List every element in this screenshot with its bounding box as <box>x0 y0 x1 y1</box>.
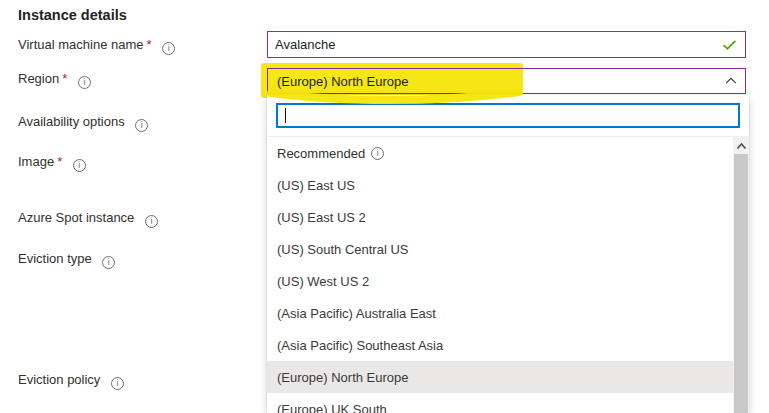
info-icon[interactable] <box>78 76 91 89</box>
region-search-box[interactable] <box>276 103 740 128</box>
vm-name-label: Virtual machine name* <box>18 37 175 55</box>
region-option[interactable]: (US) East US 2 <box>267 201 733 233</box>
instance-details-form: { "section": { "title": "Instance detail… <box>0 0 769 413</box>
region-selected-value: (Europe) North Europe <box>275 74 724 89</box>
region-option[interactable]: (US) South Central US <box>267 233 733 265</box>
region-options-list: Recommended (US) East US (US) East US 2 … <box>267 137 733 413</box>
scrollbar-thumb[interactable] <box>734 154 748 413</box>
text-caret <box>285 108 286 123</box>
checkmark-icon <box>721 36 738 53</box>
info-icon[interactable] <box>135 119 148 132</box>
scroll-up-button[interactable] <box>733 137 749 154</box>
azure-spot-instance-label: Azure Spot instance <box>18 210 158 228</box>
info-icon[interactable] <box>102 256 115 269</box>
region-dropdown[interactable]: (Europe) North Europe <box>267 68 746 94</box>
eviction-policy-label: Eviction policy <box>18 372 124 390</box>
info-icon[interactable] <box>371 147 384 160</box>
info-icon[interactable] <box>111 377 124 390</box>
chevron-up-icon[interactable] <box>724 74 738 88</box>
vm-name-input[interactable]: Avalanche <box>267 31 746 58</box>
region-option[interactable]: (Asia Pacific) Australia East <box>267 297 733 329</box>
region-search-input[interactable] <box>278 105 738 126</box>
region-option[interactable]: (US) East US <box>267 169 733 201</box>
region-option[interactable]: (US) West US 2 <box>267 265 733 297</box>
region-option-selected[interactable]: (Europe) North Europe <box>267 361 733 393</box>
scrollbar <box>733 137 749 413</box>
vm-name-value: Avalanche <box>275 37 721 52</box>
info-icon[interactable] <box>162 42 175 55</box>
section-title: Instance details <box>18 7 127 23</box>
info-icon[interactable] <box>73 159 86 172</box>
required-asterisk: * <box>147 37 152 52</box>
eviction-type-label: Eviction type <box>18 251 115 269</box>
required-asterisk: * <box>57 154 62 169</box>
group-header-recommended: Recommended <box>267 137 733 169</box>
required-asterisk: * <box>62 71 67 86</box>
availability-options-label: Availability options <box>18 114 148 132</box>
info-icon[interactable] <box>145 215 158 228</box>
region-option[interactable]: (Asia Pacific) Southeast Asia <box>267 329 733 361</box>
region-option[interactable]: (Europe) UK South <box>267 393 733 413</box>
region-label: Region* <box>18 71 91 89</box>
scroll-up-icon <box>737 143 746 149</box>
image-label: Image* <box>18 154 86 172</box>
region-dropdown-panel: Recommended (US) East US (US) East US 2 … <box>267 95 749 413</box>
